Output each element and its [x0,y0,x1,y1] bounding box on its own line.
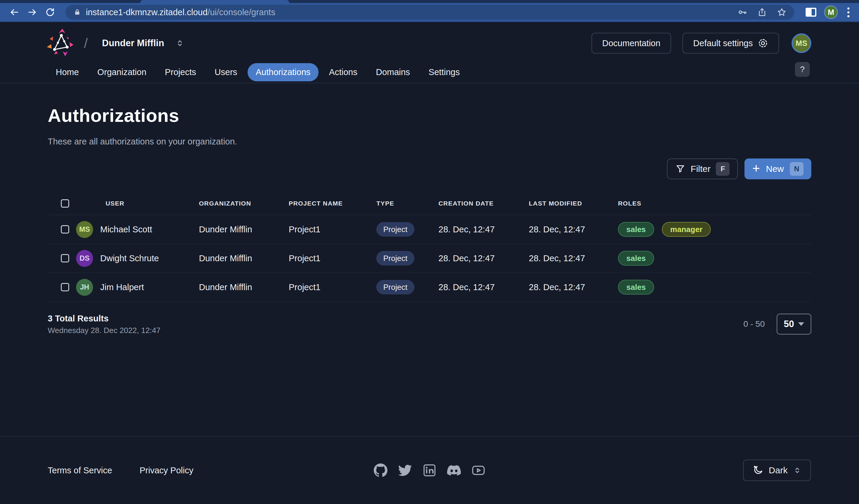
filter-icon [675,164,685,174]
user-avatar[interactable]: MS [792,33,811,53]
table-actions: Filter F + New N [48,158,811,179]
table-row[interactable]: MS Michael Scott Dunder Mifflin Project1… [48,215,811,244]
privacy-policy-link[interactable]: Privacy Policy [140,466,194,475]
url-text: instance1-dkmnzw.zitadel.cloud/ui/consol… [86,7,733,17]
side-panel-icon[interactable] [805,8,816,17]
authorizations-table: USER ORGANIZATION PROJECT NAME TYPE CREA… [48,192,811,302]
page-footer: Terms of Service Privacy Policy Dark [0,436,859,504]
col-creation-date: CREATION DATE [438,200,529,207]
tab-settings[interactable]: Settings [421,63,468,81]
cell-organization: Dunder Mifflin [199,282,289,292]
new-shortcut-badge: N [790,162,803,176]
cell-creation-date: 28. Dec, 12:47 [438,253,529,263]
page-title: Authorizations [48,105,811,126]
col-last-modified: LAST MODIFIED [529,200,618,207]
gear-icon [757,38,768,49]
main-content: Authorizations These are all authorizati… [0,84,859,335]
page-size-value: 50 [784,319,794,329]
theme-select[interactable]: Dark [743,460,811,481]
role-badge-sales: sales [618,222,654,237]
role-badge-sales: sales [618,280,654,295]
cell-organization: Dunder Mifflin [199,225,289,234]
cell-last-modified: 28. Dec, 12:47 [529,282,618,292]
tab-projects[interactable]: Projects [157,63,204,81]
tab-authorizations[interactable]: Authorizations [247,63,318,81]
youtube-icon[interactable] [471,463,485,477]
tab-organization[interactable]: Organization [89,63,154,81]
org-name: Dunder Mifflin [102,38,164,49]
github-icon[interactable] [374,463,388,477]
url-bar[interactable]: instance1-dkmnzw.zitadel.cloud/ui/consol… [65,5,794,20]
table-header-row: USER ORGANIZATION PROJECT NAME TYPE CREA… [48,192,811,215]
forward-icon[interactable] [25,4,40,20]
avatar: JH [76,279,93,296]
avatar: MS [76,221,93,238]
key-icon[interactable] [738,7,747,17]
filter-label: Filter [691,164,711,174]
browser-active-tab[interactable] [140,0,289,3]
twitter-icon[interactable] [398,463,412,477]
caret-down-icon [798,322,804,326]
tab-users[interactable]: Users [207,63,245,81]
tab-actions[interactable]: Actions [321,63,365,81]
discord-icon[interactable] [447,463,461,477]
browser-menu-icon[interactable] [846,7,851,17]
tab-domains[interactable]: Domains [368,63,418,81]
table-row[interactable]: JH Jim Halpert Dunder Mifflin Project1 P… [48,273,811,302]
default-settings-button[interactable]: Default settings [682,33,779,53]
terms-of-service-link[interactable]: Terms of Service [48,466,112,475]
social-links [374,463,485,477]
cell-last-modified: 28. Dec, 12:47 [529,253,618,263]
console-header: / Dunder Mifflin Documentation Default s… [0,22,859,83]
tab-home[interactable]: Home [48,63,87,81]
cell-user: Jim Halpert [100,282,144,292]
type-badge: Project [376,222,414,237]
moon-icon [753,465,763,476]
page-subtitle: These are all authorizations on your org… [48,137,811,146]
back-icon[interactable] [6,4,22,20]
browser-tab-strip [0,0,859,3]
total-results: 3 Total Results [48,314,161,324]
linkedin-icon[interactable] [423,463,436,477]
default-settings-label: Default settings [693,38,753,48]
bookmark-star-icon[interactable] [777,7,786,17]
share-icon[interactable] [757,7,767,17]
browser-profile-avatar[interactable]: M [824,5,838,19]
filter-button[interactable]: Filter F [667,158,738,179]
select-all-checkbox[interactable] [61,199,69,208]
table-row[interactable]: DS Dwight Schrute Dunder Mifflin Project… [48,244,811,273]
avatar: DS [76,250,93,267]
page-size-select[interactable]: 50 [777,314,811,334]
col-user: USER [76,200,199,207]
role-badge-manager: manager [662,222,711,237]
col-project-name: PROJECT NAME [289,200,376,207]
url-host: instance1-dkmnzw.zitadel.cloud [86,7,208,17]
col-roles: ROLES [618,200,811,207]
row-checkbox[interactable] [61,283,69,291]
row-checkbox[interactable] [61,225,69,234]
browser-profile-initial: M [828,8,834,17]
documentation-label: Documentation [602,38,660,48]
help-button[interactable]: ? [795,62,810,77]
main-nav: Home Organization Projects Users Authori… [0,61,859,81]
unfold-icon [793,466,801,474]
filter-shortcut-badge: F [716,162,729,176]
results-summary: 3 Total Results Wednesday 28. Dec 2022, … [48,314,161,335]
cell-last-modified: 28. Dec, 12:47 [529,225,618,234]
zitadel-logo[interactable] [45,28,76,59]
org-switcher[interactable]: Dunder Mifflin [102,38,184,49]
theme-label: Dark [769,465,787,475]
zitadel-console-screen: instance1-dkmnzw.zitadel.cloud/ui/consol… [0,0,859,504]
new-button[interactable]: + New N [744,158,811,179]
cell-project-name: Project1 [289,282,376,292]
col-type: TYPE [376,200,438,207]
urlbar-actions [738,7,786,17]
lock-icon [73,8,81,16]
row-checkbox[interactable] [61,254,69,263]
reload-icon[interactable] [42,4,58,20]
user-avatar-initials: MS [796,39,808,48]
url-path: /ui/console/grants [208,7,275,17]
plus-icon: + [752,162,760,175]
documentation-button[interactable]: Documentation [591,33,671,53]
browser-toolbar: instance1-dkmnzw.zitadel.cloud/ui/consol… [0,3,859,21]
